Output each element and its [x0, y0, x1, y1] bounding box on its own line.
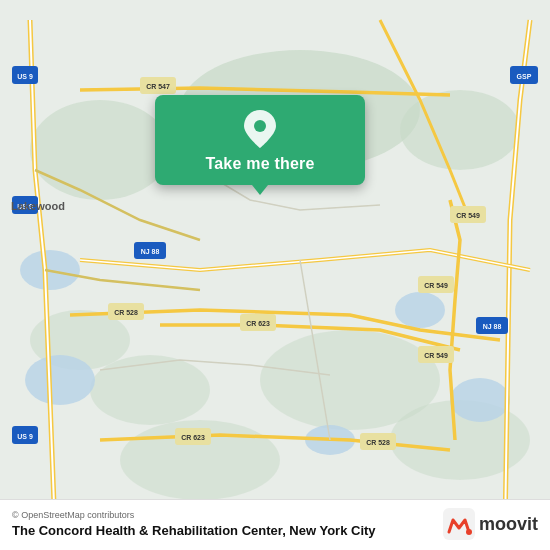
svg-text:CR 549: CR 549 — [456, 212, 480, 219]
svg-text:CR 547: CR 547 — [146, 83, 170, 90]
svg-point-10 — [395, 292, 445, 328]
svg-text:CR 549: CR 549 — [424, 352, 448, 359]
svg-point-11 — [450, 378, 510, 422]
moovit-logo-icon — [443, 508, 475, 540]
svg-text:GSP: GSP — [517, 73, 532, 80]
svg-text:CR 549: CR 549 — [424, 282, 448, 289]
svg-point-42 — [254, 120, 266, 132]
svg-point-4 — [90, 355, 210, 425]
bottom-left-info: © OpenStreetMap contributors The Concord… — [12, 510, 376, 538]
popup-label: Take me there — [205, 155, 314, 173]
map-container: US 9 US 9 US 9 CR 547 GSP NJ 88 NJ 88 CR… — [0, 0, 550, 550]
svg-rect-43 — [443, 508, 475, 540]
svg-text:CR 623: CR 623 — [246, 320, 270, 327]
svg-text:CR 623: CR 623 — [181, 434, 205, 441]
bottom-bar: © OpenStreetMap contributors The Concord… — [0, 499, 550, 550]
svg-text:US 9: US 9 — [17, 433, 33, 440]
svg-text:NJ 88: NJ 88 — [141, 248, 160, 255]
moovit-logo: moovit — [443, 508, 538, 540]
take-me-there-popup[interactable]: Take me there — [155, 95, 365, 185]
osm-credit: © OpenStreetMap contributors — [12, 510, 376, 520]
svg-point-1 — [30, 100, 170, 200]
svg-text:CR 528: CR 528 — [114, 309, 138, 316]
svg-text:NJ 88: NJ 88 — [483, 323, 502, 330]
svg-text:CR 528: CR 528 — [366, 439, 390, 446]
location-title: The Concord Health & Rehabilitation Cent… — [12, 523, 376, 538]
map-svg: US 9 US 9 US 9 CR 547 GSP NJ 88 NJ 88 CR… — [0, 0, 550, 550]
svg-point-2 — [400, 90, 520, 170]
svg-text:Lakewood: Lakewood — [11, 200, 65, 212]
svg-text:US 9: US 9 — [17, 73, 33, 80]
location-pin-icon — [242, 111, 278, 147]
svg-point-9 — [25, 355, 95, 405]
svg-point-44 — [466, 529, 472, 535]
moovit-text: moovit — [479, 514, 538, 535]
